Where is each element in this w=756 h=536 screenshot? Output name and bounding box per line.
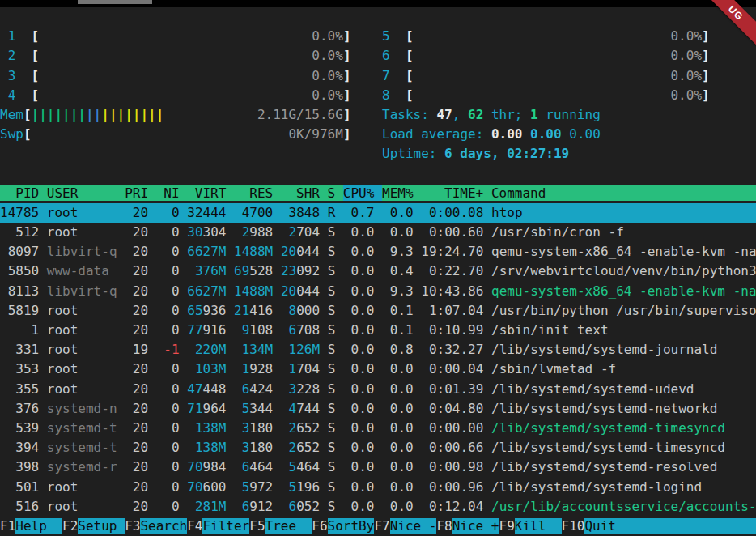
process-row[interactable]: 394 systemd-t 20 0 138M 3180 2652 S 0.0 … [0, 438, 756, 457]
process-row[interactable]: 398 systemd-r 20 0 70984 6464 5464 S 0.0… [0, 457, 756, 477]
process-row[interactable]: 355 root 20 0 47448 6424 3228 S 0.0 0.0 … [0, 380, 756, 399]
blank-line [0, 164, 756, 184]
process-row[interactable]: 5850 www-data 20 0 376M 69528 23092 S 0.… [0, 262, 756, 281]
uptime-row: Uptime: 6 days, 02:27:19 [0, 144, 756, 164]
function-key-bar[interactable]: F1Help F2Setup F3SearchF4FilterF5Tree F6… [0, 517, 756, 536]
process-row[interactable]: 8113 libvirt-q 20 0 6627M 1488M 20044 S … [0, 282, 756, 301]
window-top-strip [0, 0, 756, 7]
process-row[interactable]: 539 systemd-t 20 0 138M 3180 2652 S 0.0 … [0, 419, 756, 438]
htop-terminal: 1 [ 0.0%] 5 [ 0.0%] 2 [ 0.0%] 6 [ 0.0%] … [0, 7, 756, 536]
process-row[interactable]: 5819 root 20 0 65936 21416 8000 S 0.0 0.… [0, 301, 756, 321]
cpu-meter-row: 4 [ 0.0%] 8 [ 0.0%] [0, 86, 756, 105]
process-row[interactable]: 1 root 20 0 77916 9108 6708 S 0.0 0.1 0:… [0, 321, 756, 340]
process-row[interactable]: 8097 libvirt-q 20 0 6627M 1488M 20044 S … [0, 242, 756, 262]
cpu-meter-row: 1 [ 0.0%] 5 [ 0.0%] [0, 27, 756, 46]
swap-meter-row: Swp[ 0K/976M] Load average: 0.00 0.00 0.… [0, 125, 756, 144]
process-row[interactable]: 512 root 20 0 30304 2988 2704 S 0.0 0.0 … [0, 223, 756, 242]
process-row[interactable]: 14785 root 20 0 32444 4700 3848 R 0.7 0.… [0, 203, 756, 223]
process-row[interactable]: 331 root 19 -1 220M 134M 126M S 0.0 0.8 … [0, 340, 756, 359]
table-header-row[interactable]: PID USER PRI NI VIRT RES SHR S CPU% MEM%… [0, 184, 756, 203]
process-row[interactable]: 516 root 20 0 281M 6912 6052 S 0.0 0.0 0… [0, 497, 756, 517]
process-row[interactable]: 353 root 20 0 103M 1928 1704 S 0.0 0.0 0… [0, 359, 756, 379]
process-row[interactable]: 501 root 20 0 70600 5972 5196 S 0.0 0.0 … [0, 478, 756, 497]
blank-line [0, 7, 756, 27]
tab-indicator[interactable] [78, 0, 152, 4]
mem-meter-row: Mem[||||||||||||||||| 2.11G/15.6G] Tasks… [0, 105, 756, 125]
htop-terminal-screen: 1 [ 0.0%] 5 [ 0.0%] 2 [ 0.0%] 6 [ 0.0%] … [0, 0, 756, 536]
cpu-meter-row: 3 [ 0.0%] 7 [ 0.0%] [0, 66, 756, 86]
process-row[interactable]: 376 systemd-n 20 0 71964 5344 4744 S 0.0… [0, 399, 756, 419]
cpu-meter-row: 2 [ 0.0%] 6 [ 0.0%] [0, 46, 756, 66]
